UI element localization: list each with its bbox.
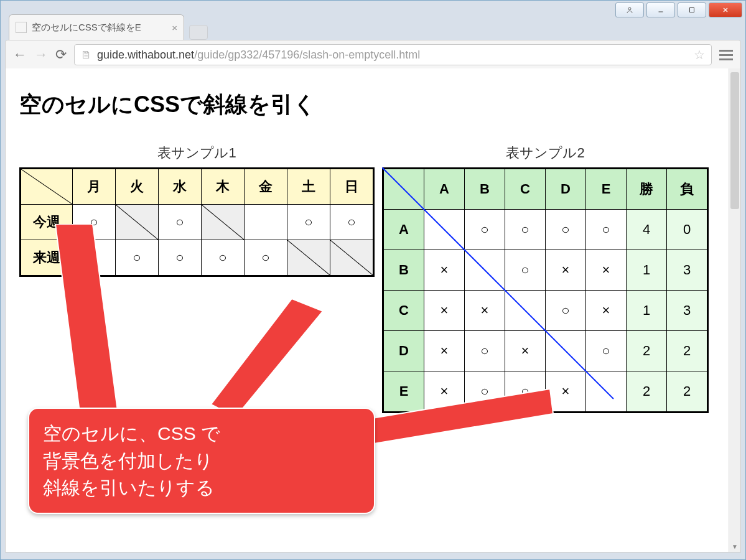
address-bar[interactable]: 🗎 guide.withabout.net/guide/gp332/457196… — [74, 44, 712, 65]
table-cell: × — [546, 250, 586, 291]
table-cell: ○ — [465, 331, 505, 371]
table-cell: × — [424, 291, 465, 331]
callout-bubble: 空のセルに、CSS で 背景色を付加したり 斜線を引いたりする — [28, 408, 375, 514]
table-row-header: D — [383, 331, 424, 371]
table-col-header: A — [424, 169, 465, 210]
table-row-header: E — [383, 371, 424, 413]
table-cell — [245, 205, 287, 240]
table-cell: ○ — [73, 240, 116, 276]
table-cell: × — [424, 331, 465, 371]
table-cell — [202, 205, 245, 240]
table-cell: ○ — [116, 240, 159, 276]
user-button[interactable] — [615, 2, 644, 17]
table-corner-cell — [21, 169, 73, 205]
table-cell — [465, 250, 505, 291]
browser-window: 空のセルにCSSで斜線をE × ← → ⟳ 🗎 guide.withabout.… — [0, 0, 746, 560]
table-cell: × — [424, 250, 465, 291]
bubble-line-3: 斜線を引いたりする — [43, 474, 360, 502]
table-cell: ○ — [546, 291, 586, 331]
close-button[interactable] — [709, 2, 742, 17]
tab-strip: 空のセルにCSSで斜線をE × — [9, 19, 737, 40]
table-cell: × — [424, 371, 465, 413]
bookmark-star-icon[interactable]: ☆ — [694, 47, 705, 62]
tables-row: 表サンプル1 月火水木金土日今週○○○○来週○○○○○ 表サンプル2 ABCDE… — [19, 144, 727, 413]
table-row-header: A — [383, 210, 424, 250]
table-cell: × — [586, 291, 627, 331]
table-col-header: 金 — [245, 169, 287, 205]
table-cell: ○ — [465, 210, 505, 250]
page-viewport: ▲ ▼ 空のセルにCSSで斜線を引く 表サンプル1 月火水木金土日今週○○○○来… — [5, 68, 741, 553]
table-cell: 2 — [627, 331, 667, 371]
url-domain: guide.withabout.net — [97, 49, 194, 62]
table-row-header: 今週 — [21, 205, 73, 240]
forward-button[interactable]: → — [34, 47, 48, 63]
table-cell: 2 — [667, 371, 708, 413]
table-cell: ○ — [505, 210, 546, 250]
toolbar: ← → ⟳ 🗎 guide.withabout.net/guide/gp332/… — [5, 40, 741, 70]
table-cell: ○ — [465, 371, 505, 413]
back-button[interactable]: ← — [13, 47, 27, 63]
table-cell — [505, 291, 546, 331]
table-col-header: 木 — [202, 169, 245, 205]
table-col-header: 日 — [330, 169, 374, 205]
table-2-box: 表サンプル2 ABCDE勝負A○○○○40B×○××13C××○×13D×○×○… — [382, 144, 709, 413]
page-title: 空のセルにCSSで斜線を引く — [19, 90, 727, 120]
hamburger-menu-icon[interactable] — [719, 50, 733, 60]
table-col-header: B — [465, 169, 505, 210]
table-col-header: 火 — [116, 169, 159, 205]
table-col-header: 勝 — [627, 169, 667, 210]
table-cell: 2 — [667, 331, 708, 371]
new-tab-button[interactable] — [189, 25, 208, 40]
window-controls — [615, 0, 746, 19]
svg-point-0 — [628, 7, 631, 10]
table-cell — [424, 210, 465, 250]
table-col-header: 月 — [73, 169, 116, 205]
close-tab-icon[interactable]: × — [172, 22, 177, 33]
table-cell: ○ — [73, 205, 116, 240]
file-icon: 🗎 — [81, 49, 92, 62]
table-cell: 3 — [667, 291, 708, 331]
table-cell: ○ — [245, 240, 287, 276]
table-corner-cell — [383, 169, 424, 210]
table-col-header: C — [505, 169, 546, 210]
minimize-button[interactable] — [646, 2, 675, 17]
table-cell: 4 — [627, 210, 667, 250]
table-col-header: 水 — [159, 169, 202, 205]
table-cell — [546, 331, 586, 371]
table-cell: 3 — [667, 250, 708, 291]
tab-active[interactable]: 空のセルにCSSで斜線をE × — [9, 14, 184, 40]
table-cell — [586, 371, 627, 413]
table-cell: ○ — [505, 371, 546, 413]
maximize-button[interactable] — [678, 2, 706, 17]
svg-rect-2 — [690, 8, 694, 12]
table-cell — [287, 240, 330, 276]
table-cell: ○ — [586, 331, 627, 371]
table-cell — [116, 205, 159, 240]
table-cell: 1 — [627, 250, 667, 291]
table-col-header: E — [586, 169, 627, 210]
table-col-header: 土 — [287, 169, 330, 205]
table-2-caption: 表サンプル2 — [506, 144, 584, 162]
tab-title: 空のセルにCSSで斜線をE — [32, 22, 167, 34]
table-cell: ○ — [546, 210, 586, 250]
table-cell: 1 — [627, 291, 667, 331]
table-1-caption: 表サンプル1 — [157, 144, 236, 162]
table-col-header: 負 — [667, 169, 708, 210]
sample-table-1: 月火水木金土日今週○○○○来週○○○○○ — [19, 167, 375, 277]
reload-button[interactable]: ⟳ — [55, 47, 67, 63]
table-row-header: C — [383, 291, 424, 331]
scrollbar[interactable]: ▲ ▼ — [729, 68, 740, 552]
table-cell: × — [505, 331, 546, 371]
table-cell: 0 — [667, 210, 708, 250]
table-cell: × — [546, 371, 586, 413]
bubble-line-1: 空のセルに、CSS で — [43, 420, 360, 447]
table-cell: ○ — [202, 240, 245, 276]
table-cell: 2 — [627, 371, 667, 413]
table-cell: ○ — [287, 205, 330, 240]
url-path: /guide/gp332/457196/slash-on-emptycell.h… — [194, 49, 420, 62]
table-cell: ○ — [586, 210, 627, 250]
table-cell: ○ — [330, 205, 374, 240]
scroll-thumb[interactable] — [730, 72, 739, 209]
table-cell: × — [586, 250, 627, 291]
scroll-down-icon[interactable]: ▼ — [729, 541, 740, 552]
